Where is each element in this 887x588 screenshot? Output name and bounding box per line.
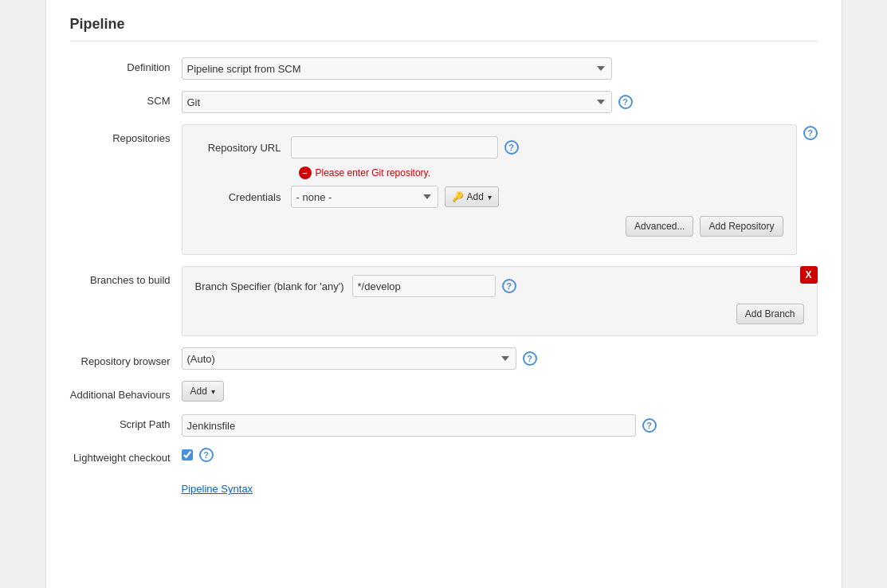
script-path-help-icon[interactable]: ? xyxy=(642,418,657,433)
branch-buttons-row: Add Branch xyxy=(195,304,804,324)
repo-browser-select[interactable]: (Auto) xyxy=(182,347,516,370)
error-icon: – xyxy=(299,167,312,179)
scm-help-icon[interactable]: ? xyxy=(618,95,633,109)
lightweight-checkout-checkbox[interactable] xyxy=(182,449,193,461)
branches-row: Branches to build X Branch Specifier (bl… xyxy=(70,266,818,336)
repositories-label: Repositories xyxy=(70,124,182,144)
page-container: Pipeline Definition Pipeline script from… xyxy=(45,0,842,588)
additional-behaviours-add-button[interactable]: Add ▾ xyxy=(182,381,224,402)
repo-browser-label: Repository browser xyxy=(70,347,182,367)
error-text: Please enter Git repository. xyxy=(316,167,431,178)
credentials-row: Credentials - none - 🔑 Add ▾ xyxy=(195,186,783,208)
additional-behaviours-add-label: Add xyxy=(190,386,207,397)
lightweight-checkbox-wrap xyxy=(182,449,193,461)
lightweight-checkout-row: Lightweight checkout ? xyxy=(70,448,818,464)
repositories-row: Repositories Repository URL ? – Please e… xyxy=(70,124,818,255)
repositories-help-icon[interactable]: ? xyxy=(803,126,818,140)
repo-url-label: Repository URL xyxy=(195,142,291,154)
additional-behaviours-row: Additional Behaviours Add ▾ xyxy=(70,381,818,402)
additional-behaviours-arrow: ▾ xyxy=(211,387,215,396)
definition-row: Definition Pipeline script from SCMPipel… xyxy=(70,57,818,80)
script-path-input[interactable] xyxy=(182,414,636,437)
advanced-button[interactable]: Advanced... xyxy=(626,216,693,237)
add-repository-button[interactable]: Add Repository xyxy=(700,216,783,237)
credentials-add-label: Add xyxy=(467,191,484,202)
lightweight-checkout-help-icon[interactable]: ? xyxy=(199,448,214,462)
credentials-add-button[interactable]: 🔑 Add ▾ xyxy=(445,186,499,207)
page-title: Pipeline xyxy=(70,16,818,41)
repo-url-row: Repository URL ? xyxy=(195,136,783,159)
credentials-select[interactable]: - none - xyxy=(291,186,438,208)
additional-behaviours-label: Additional Behaviours xyxy=(70,381,182,401)
repo-browser-help-icon[interactable]: ? xyxy=(523,351,537,366)
repo-url-input[interactable] xyxy=(291,136,498,159)
branches-section: X Branch Specifier (blank for 'any') ? A… xyxy=(182,266,818,336)
scm-row: SCM NoneGitSubversion ? xyxy=(70,91,818,113)
definition-control: Pipeline script from SCMPipeline script xyxy=(182,57,818,80)
remove-branch-button[interactable]: X xyxy=(800,266,818,284)
repo-browser-row: Repository browser (Auto) ? xyxy=(70,347,818,370)
branch-specifier-row: Branch Specifier (blank for 'any') ? xyxy=(195,275,804,297)
repo-buttons-row: Advanced... Add Repository xyxy=(195,216,783,243)
scm-label: SCM xyxy=(70,91,182,107)
repo-url-help-icon[interactable]: ? xyxy=(504,140,519,155)
repo-error-message: – Please enter Git repository. xyxy=(299,167,783,179)
pipeline-syntax-link[interactable]: Pipeline Syntax xyxy=(182,483,253,495)
lightweight-checkout-label: Lightweight checkout xyxy=(70,448,182,464)
credentials-add-arrow: ▾ xyxy=(488,193,492,202)
script-path-row: Script Path ? xyxy=(70,414,818,437)
definition-label: Definition xyxy=(70,57,182,73)
branch-help-icon[interactable]: ? xyxy=(502,279,516,293)
repositories-section: Repository URL ? – Please enter Git repo… xyxy=(182,124,797,255)
credentials-label: Credentials xyxy=(195,191,291,203)
scm-control: NoneGitSubversion ? xyxy=(182,91,818,113)
branch-specifier-input[interactable] xyxy=(352,275,496,297)
definition-select[interactable]: Pipeline script from SCMPipeline script xyxy=(182,57,612,80)
key-icon: 🔑 xyxy=(452,191,464,202)
branches-label: Branches to build xyxy=(70,266,182,286)
add-branch-button[interactable]: Add Branch xyxy=(736,304,804,324)
branch-specifier-label: Branch Specifier (blank for 'any') xyxy=(195,280,344,292)
lightweight-checkout-control: ? xyxy=(182,448,818,462)
scm-select[interactable]: NoneGitSubversion xyxy=(182,91,612,113)
script-path-control: ? xyxy=(182,414,818,437)
script-path-label: Script Path xyxy=(70,414,182,430)
